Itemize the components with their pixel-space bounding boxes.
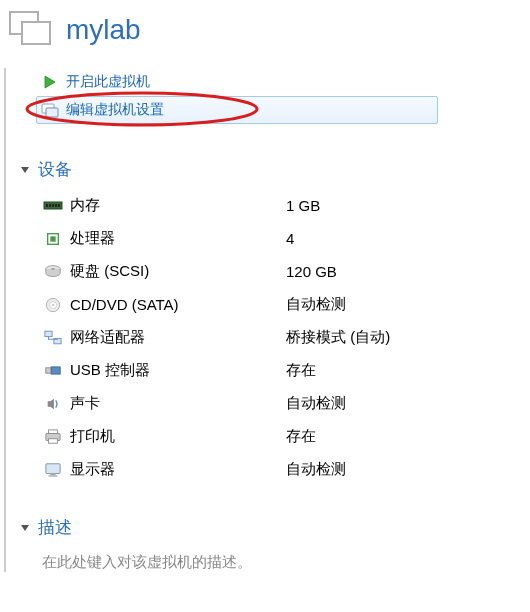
svg-rect-10 <box>58 204 60 207</box>
device-name: 网络适配器 <box>70 328 286 347</box>
device-value: 4 <box>286 230 294 247</box>
power-on-vm-action[interactable]: 开启此虚拟机 <box>40 68 530 96</box>
svg-point-14 <box>51 268 55 270</box>
devices-label: 设备 <box>38 158 72 181</box>
svg-rect-26 <box>50 473 55 475</box>
device-value: 自动检测 <box>286 394 346 413</box>
device-usb[interactable]: USB 控制器 存在 <box>42 354 530 387</box>
device-cddvd[interactable]: CD/DVD (SATA) 自动检测 <box>42 288 530 321</box>
collapse-arrow-icon <box>20 165 34 175</box>
memory-icon <box>42 196 64 216</box>
device-name: 打印机 <box>70 427 286 446</box>
description-header[interactable]: 描述 <box>20 516 530 539</box>
device-memory[interactable]: 内存 1 GB <box>42 189 530 222</box>
description-section: 描述 在此处键入对该虚拟机的描述。 <box>20 516 530 572</box>
vm-actions: 开启此虚拟机 编辑虚拟机设置 <box>20 68 530 144</box>
device-name: 声卡 <box>70 394 286 413</box>
play-icon <box>40 72 60 92</box>
monitor-icon <box>42 460 64 480</box>
devices-header[interactable]: 设备 <box>20 158 530 181</box>
svg-rect-18 <box>45 331 52 336</box>
collapse-arrow-icon <box>20 523 34 533</box>
device-disk[interactable]: 硬盘 (SCSI) 120 GB <box>42 255 530 288</box>
edit-settings-icon <box>40 100 60 120</box>
svg-rect-7 <box>49 204 51 207</box>
device-value: 桥接模式 (自动) <box>286 328 390 347</box>
device-sound[interactable]: 声卡 自动检测 <box>42 387 530 420</box>
svg-rect-24 <box>49 438 58 442</box>
description-text[interactable]: 在此处键入对该虚拟机的描述。 <box>20 547 530 572</box>
device-name: 处理器 <box>70 229 286 248</box>
device-value: 自动检测 <box>286 295 346 314</box>
device-value: 存在 <box>286 361 316 380</box>
device-name: CD/DVD (SATA) <box>70 296 286 313</box>
device-value: 存在 <box>286 427 316 446</box>
devices-section: 设备 内存 1 GB <box>20 158 530 486</box>
svg-rect-21 <box>51 367 60 374</box>
disc-icon <box>42 295 64 315</box>
printer-icon <box>42 427 64 447</box>
svg-rect-1 <box>22 22 50 44</box>
device-network[interactable]: 网络适配器 桥接模式 (自动) <box>42 321 530 354</box>
svg-rect-12 <box>50 236 55 241</box>
device-name: 内存 <box>70 196 286 215</box>
device-value: 120 GB <box>286 263 337 280</box>
device-list: 内存 1 GB 处理器 4 <box>20 189 530 486</box>
network-adapter-icon <box>42 328 64 348</box>
usb-icon <box>42 361 64 381</box>
vm-header: mylab <box>0 0 530 68</box>
device-value: 自动检测 <box>286 460 346 479</box>
svg-point-17 <box>52 303 55 306</box>
svg-rect-4 <box>46 108 58 117</box>
device-cpu[interactable]: 处理器 4 <box>42 222 530 255</box>
cpu-icon <box>42 229 64 249</box>
device-name: 硬盘 (SCSI) <box>70 262 286 281</box>
device-printer[interactable]: 打印机 存在 <box>42 420 530 453</box>
device-value: 1 GB <box>286 197 320 214</box>
power-on-label: 开启此虚拟机 <box>66 73 150 91</box>
svg-rect-8 <box>52 204 54 207</box>
svg-rect-27 <box>49 475 58 476</box>
edit-settings-label: 编辑虚拟机设置 <box>66 101 164 119</box>
device-name: USB 控制器 <box>70 361 286 380</box>
edit-vm-settings-action[interactable]: 编辑虚拟机设置 <box>36 96 438 124</box>
svg-rect-9 <box>55 204 57 207</box>
svg-rect-20 <box>46 368 51 373</box>
vm-title: mylab <box>66 14 141 46</box>
vm-group-icon <box>8 10 56 50</box>
device-display[interactable]: 显示器 自动检测 <box>42 453 530 486</box>
description-label: 描述 <box>38 516 72 539</box>
svg-rect-25 <box>46 463 60 473</box>
svg-rect-22 <box>49 429 58 433</box>
svg-rect-6 <box>46 204 48 207</box>
hard-disk-icon <box>42 262 64 282</box>
sound-icon <box>42 394 64 414</box>
device-name: 显示器 <box>70 460 286 479</box>
